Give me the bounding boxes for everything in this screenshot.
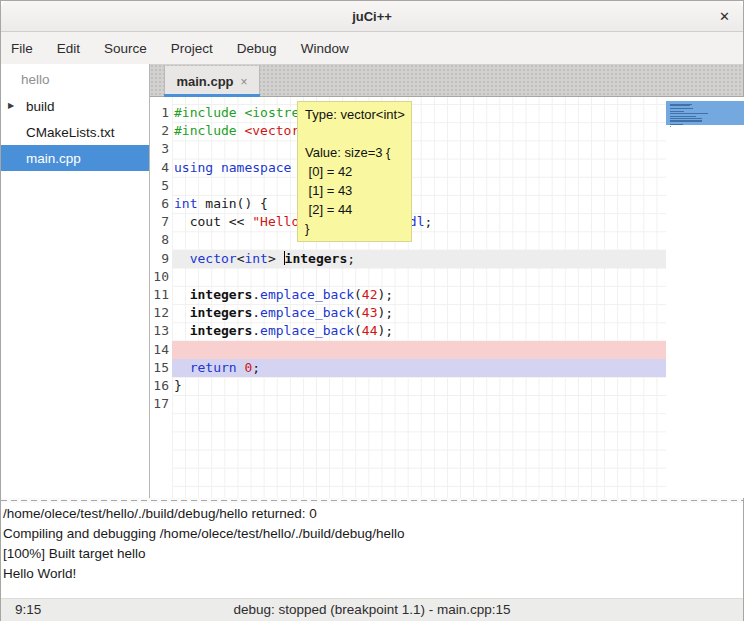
line-number: 5 (161, 177, 169, 195)
tooltip-line: } (305, 219, 411, 238)
line-number: 6 (161, 195, 169, 213)
line-number: 4 (161, 159, 169, 177)
line-number: 11 (153, 286, 169, 304)
title-bar: juCi++ ✕ (1, 1, 743, 32)
tab-main.cpp[interactable]: main.cpp× (164, 66, 260, 97)
line-number: 7 (161, 213, 169, 231)
line-number: 1 (161, 104, 169, 122)
tooltip-line: [2] = 44 (305, 200, 411, 219)
line-number: 10 (153, 268, 169, 286)
line-number: 2 (161, 122, 169, 140)
expander-icon[interactable]: ▶ (8, 101, 14, 110)
menu-item-project[interactable]: Project (159, 35, 225, 62)
line-number: 15 (153, 359, 169, 377)
menu-item-file[interactable]: File (1, 35, 45, 62)
line-number: 13 (153, 322, 169, 340)
sidebar-item-label: CMakeLists.txt (26, 125, 115, 140)
menu-bar: FileEditSourceProjectDebugWindow (1, 32, 743, 64)
minimap-code-line (670, 108, 693, 109)
tab-bar: main.cpp× (150, 64, 743, 97)
menu-item-window[interactable]: Window (289, 35, 361, 62)
sidebar-item-label: main.cpp (26, 151, 81, 166)
minimap-scrollbar[interactable] (666, 97, 744, 498)
tab-close-icon[interactable]: × (241, 75, 248, 89)
file-tree: ▶buildCMakeLists.txtmain.cpp (1, 93, 149, 171)
code-line: return 0; (174, 359, 260, 377)
terminal-line: Hello World! (3, 564, 743, 584)
project-name-label: hello (1, 64, 149, 93)
code-editor[interactable]: 1234567891011121314151617 #include <iost… (150, 97, 744, 498)
code-line: vector<int> integers; (174, 250, 355, 268)
code-line: } (174, 377, 182, 395)
minimap-code-line (670, 124, 683, 125)
terminal-line: /home/olece/test/hello/./build/debug/hel… (3, 504, 743, 524)
status-bar: 9:15 debug: stopped (breakpoint 1.1) - m… (1, 598, 743, 621)
code-text-area[interactable]: #include <iostream>#include <vector>usin… (172, 97, 666, 498)
line-number: 8 (161, 231, 169, 249)
window-title: juCi++ (352, 9, 392, 24)
menu-item-source[interactable]: Source (92, 35, 159, 62)
app-window: juCi++ ✕ FileEditSourceProjectDebugWindo… (0, 0, 744, 621)
tooltip-line: Value: size=3 { (305, 143, 411, 162)
tooltip-line: Type: vector<int> (305, 105, 411, 124)
line-number: 14 (153, 341, 169, 359)
code-line: integers.emplace_back(43); (174, 304, 393, 322)
tab-label: main.cpp (176, 74, 233, 89)
line-number: 12 (153, 304, 169, 322)
sidebar-item-build[interactable]: ▶build (1, 93, 149, 119)
debug-value-tooltip: Type: vector<int>Value: size=3 { [0] = 4… (297, 101, 412, 242)
tooltip-line: [0] = 42 (305, 162, 411, 181)
menu-item-debug[interactable]: Debug (225, 35, 289, 62)
minimap-code-line (670, 113, 708, 114)
minimap-code-line (670, 105, 690, 106)
code-line: integers.emplace_back(42); (174, 286, 393, 304)
line-number: 17 (153, 395, 169, 413)
pane-resize-dashes (1, 500, 743, 501)
line-number: 3 (161, 140, 169, 158)
code-line: integers.emplace_back(44); (174, 322, 393, 340)
tooltip-line: [1] = 43 (305, 181, 411, 200)
line-number: 16 (153, 377, 169, 395)
tooltip-line (305, 124, 411, 143)
file-tree-sidebar: hello ▶buildCMakeLists.txtmain.cpp (1, 64, 150, 498)
debug-status-label: debug: stopped (breakpoint 1.1) - main.c… (1, 602, 743, 617)
terminal-output-panel[interactable]: /home/olece/test/hello/./build/debug/hel… (1, 503, 743, 598)
minimap-visible-region[interactable] (666, 101, 744, 125)
line-number-gutter[interactable]: 1234567891011121314151617 (150, 97, 172, 498)
minimap-code-line (670, 126, 671, 127)
sidebar-item-label: build (26, 99, 55, 114)
terminal-line: Compiling and debugging /home/olece/test… (3, 524, 743, 544)
minimap-code-line (670, 116, 696, 117)
line-number: 9 (161, 250, 169, 268)
breakpoint-line-highlight (172, 341, 666, 359)
code-line: #include <vector> (174, 122, 307, 140)
window-close-icon[interactable]: ✕ (719, 1, 730, 31)
sidebar-item-cmakelists.txt[interactable]: CMakeLists.txt (1, 119, 149, 145)
minimap-code-line (670, 121, 702, 122)
terminal-line: [100%] Built target hello (3, 544, 743, 564)
sidebar-item-main.cpp[interactable]: main.cpp (1, 145, 149, 171)
code-line: int main() { (174, 195, 268, 213)
menu-item-edit[interactable]: Edit (45, 35, 92, 62)
